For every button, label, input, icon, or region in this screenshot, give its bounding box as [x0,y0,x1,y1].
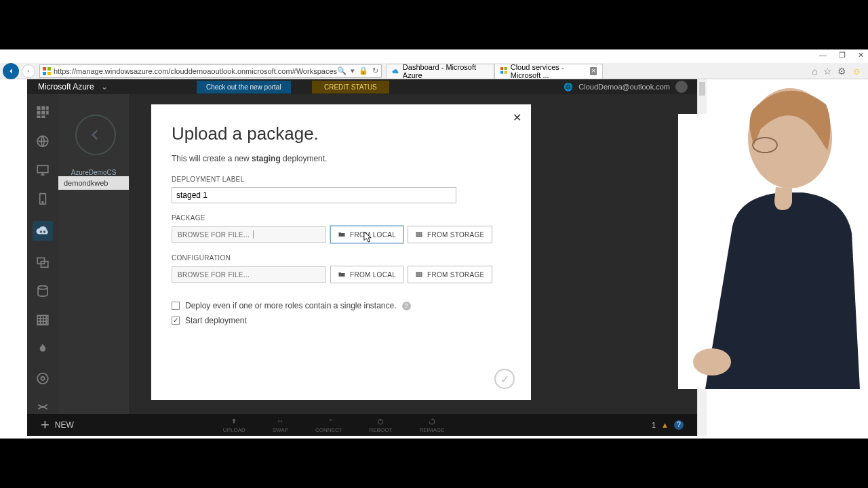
svg-point-21 [43,230,45,232]
portal-left-nav [27,94,58,414]
svg-rect-1 [47,67,51,70]
browser-forward-button[interactable] [22,64,35,78]
window-minimize-button[interactable]: — [819,51,827,60]
service-name-label[interactable]: AzureDemoCS [58,169,129,176]
help-button[interactable]: ? [674,420,684,430]
subnav-selected-item[interactable]: demondkweb [58,176,129,190]
svg-rect-15 [41,116,45,118]
start-deployment-label: Start deployment [185,316,247,325]
screen: — ❐ ✕ https://manage.windowsazure.com/cl… [0,49,868,439]
configuration-label-caption: CONFIGURATION [172,254,511,262]
svg-rect-11 [37,111,40,115]
upload-action[interactable]: UPLOAD [223,418,245,433]
nav-hdinsight-icon[interactable] [35,342,50,357]
connect-action[interactable]: CONNECT [315,418,342,433]
start-deployment-checkbox[interactable] [172,317,180,325]
modal-close-button[interactable]: ✕ [513,111,521,124]
configuration-from-storage-button[interactable]: FROM STORAGE [408,266,492,283]
presenter-overlay [678,114,868,389]
nav-mobile-icon[interactable] [35,192,50,206]
nav-vm-icon[interactable] [35,163,50,177]
reimage-action[interactable]: REIMAGE [419,418,444,433]
reboot-action[interactable]: REBOOT [370,418,393,433]
modal-confirm-button[interactable] [494,369,515,389]
nav-media-icon[interactable] [35,371,50,386]
configuration-file-input[interactable]: BROWSE FOR FILE... [172,266,326,283]
svg-rect-10 [46,106,48,110]
package-label-caption: PACKAGE [172,214,511,222]
svg-rect-28 [416,232,422,237]
chevron-down-icon[interactable]: ⌄ [101,82,108,92]
svg-point-20 [40,230,42,232]
nav-batch-icon[interactable] [35,256,50,270]
nav-all-items-icon[interactable] [35,105,50,119]
portal-command-bar: + NEW UPLOAD SWAP CONNECT REBOOT REIMAGE… [27,414,697,436]
upload-package-modal: ✕ Upload a package. This will create a n… [151,104,531,400]
address-bar[interactable]: https://manage.windowsazure.com/clouddem… [39,64,382,78]
svg-point-24 [38,286,47,289]
svg-rect-29 [416,272,422,277]
svg-rect-17 [37,166,48,173]
deploy-single-instance-checkbox[interactable] [172,302,180,310]
plus-icon: + [41,416,50,434]
credit-status-button[interactable]: CREDIT STATUS [312,81,389,94]
alert-count: 1 [652,421,656,429]
deployment-label-input[interactable] [172,187,456,203]
browser-back-button[interactable] [3,63,19,79]
new-button[interactable]: + NEW [27,416,87,434]
deployment-label-caption: DEPLOYMENT LABEL [172,176,511,183]
new-portal-link[interactable]: Check out the new portal [197,81,291,94]
mouse-cursor [363,231,373,243]
svg-point-26 [37,373,48,384]
user-email[interactable]: CloudDemoa@outlook.com [578,83,670,91]
svg-rect-4 [500,67,503,70]
svg-point-19 [42,202,43,203]
help-icon[interactable]: ? [402,302,411,310]
modal-subtitle: This will create a new staging deploymen… [172,154,511,163]
folder-icon [338,270,346,279]
back-circle-icon[interactable] [75,115,116,155]
storage-icon [415,230,423,239]
folder-icon [338,230,346,239]
cloud-icon [392,67,399,75]
nav-web-icon[interactable] [35,134,50,148]
azure-portal: Microsoft Azure ⌄ Check out the new port… [27,79,697,436]
svg-rect-5 [505,67,507,70]
svg-point-27 [41,376,44,380]
package-file-input[interactable]: BROWSE FOR FILE... [172,226,326,243]
nav-sql-icon[interactable] [35,284,50,298]
svg-rect-14 [37,116,40,118]
portal-topbar: Microsoft Azure ⌄ Check out the new port… [27,79,697,94]
deploy-single-instance-label: Deploy even if one or more roles contain… [185,301,397,310]
search-icon[interactable]: 🔍 [337,66,347,75]
svg-rect-6 [500,71,503,74]
refresh-icon[interactable]: ↻ [372,66,378,75]
svg-rect-3 [47,72,51,75]
nav-cloud-services-icon[interactable] [33,221,53,241]
package-from-storage-button[interactable]: FROM STORAGE [408,226,492,243]
configuration-from-local-button[interactable]: FROM LOCAL [330,266,403,283]
globe-icon[interactable]: 🌐 [564,83,573,92]
site-icon [43,67,51,75]
window-maximize-button[interactable]: ❐ [839,51,846,60]
avatar[interactable] [675,81,688,93]
nav-storage-icon[interactable] [35,313,50,327]
lock-icon: 🔒 [359,66,368,75]
svg-rect-8 [37,106,40,110]
svg-rect-9 [41,106,45,110]
window-close-button[interactable]: ✕ [858,51,864,60]
portal-brand: Microsoft Azure [38,82,94,92]
svg-rect-7 [505,71,507,74]
modal-title: Upload a package. [172,123,511,144]
svg-rect-2 [43,72,46,75]
presenter-figure [692,70,868,389]
browser-tab-cloud-services[interactable]: Cloud services - Microsoft ... × [494,64,603,79]
windows-icon [500,67,507,75]
window-titlebar: — ❐ ✕ [0,49,868,63]
tab-close-button[interactable]: × [590,67,597,75]
warning-icon[interactable]: ▲ [661,421,669,429]
swap-action[interactable]: SWAP [273,418,288,433]
nav-service-bus-icon[interactable] [35,400,50,414]
browser-tab-dashboard[interactable]: Dashboard - Microsoft Azure [386,64,494,79]
svg-rect-12 [41,111,45,115]
